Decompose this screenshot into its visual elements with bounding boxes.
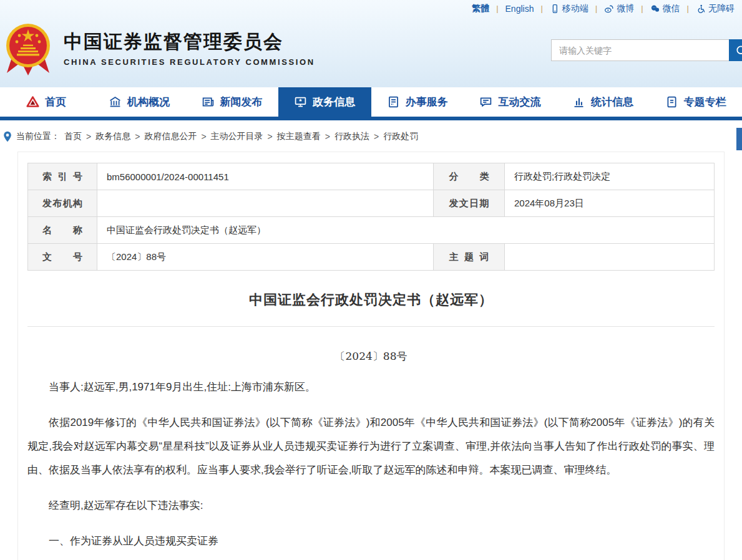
breadcrumb-separator: >: [268, 132, 273, 142]
nav-item-government-info[interactable]: 政务信息: [278, 87, 371, 117]
monitor-icon: [294, 95, 307, 109]
breadcrumb: 当前位置： 首页 > 政务信息 > 政府信息公开 > 主动公开目录 > 按主题查…: [0, 120, 742, 152]
english-link[interactable]: English: [505, 4, 534, 14]
separator: |: [595, 4, 597, 13]
location-pin-icon: [3, 131, 12, 142]
bar-chart-icon: [572, 95, 585, 109]
issue-date-label: 发文日期: [434, 190, 505, 217]
separator: |: [540, 4, 542, 13]
issuer-label: 发布机构: [28, 190, 97, 217]
nav-label: 专题专栏: [684, 95, 726, 109]
nav-label: 首页: [45, 95, 66, 109]
title-divider: [27, 326, 715, 327]
nav-label: 新闻发布: [220, 95, 263, 109]
nav-label: 办事服务: [406, 95, 448, 109]
paragraph-basis: 依据2019年修订的《中华人民共和国证券法》(以下简称《证券法》)和2005年《…: [27, 411, 715, 482]
search-bar: [551, 39, 742, 61]
nav-label: 政务信息: [313, 95, 355, 109]
csrc-logo-icon: [26, 95, 39, 109]
nav-label: 互动交流: [498, 95, 540, 109]
wechat-icon: [650, 4, 660, 14]
document-title: 中国证监会行政处罚决定书（赵远军）: [27, 291, 715, 309]
document-icon: [665, 95, 678, 109]
category-value: 行政处罚;行政处罚决定: [505, 163, 715, 190]
nav-label: 机构概况: [127, 95, 170, 109]
table-row: 索引号 bm56000001/2024-00011451 分类 行政处罚;行政处…: [28, 163, 715, 190]
nav-item-news[interactable]: 新闻发布: [185, 87, 278, 117]
search-button[interactable]: [729, 39, 742, 61]
breadcrumb-penalty[interactable]: 行政处罚: [383, 131, 418, 142]
name-label: 名称: [28, 217, 97, 244]
site-subtitle: CHINA SECURITIES REGULATORY COMMISSION: [64, 57, 315, 67]
chat-icon: [479, 95, 492, 109]
bank-icon: [109, 95, 122, 109]
search-icon: [735, 44, 742, 57]
separator: |: [687, 4, 689, 13]
issuer-value: [97, 190, 434, 217]
document-number: 〔2024〕88号: [27, 349, 715, 364]
site-title: 中国证券监督管理委员会: [64, 31, 315, 53]
main-nav: 首页 机构概况 新闻发布 政务信息 办事服务 互动交流 统计信息 专题专栏: [0, 87, 742, 117]
nav-item-services[interactable]: 办事服务: [371, 87, 464, 117]
doc-number-label: 文号: [28, 244, 97, 271]
nav-item-home[interactable]: 首页: [0, 87, 93, 117]
breadcrumb-prefix: 当前位置：: [16, 131, 60, 142]
nav-item-statistics[interactable]: 统计信息: [557, 87, 650, 117]
category-label: 分类: [434, 163, 505, 190]
weibo-icon: [604, 4, 614, 14]
subject-value: [505, 244, 715, 271]
breadcrumb-government-info[interactable]: 政务信息: [95, 131, 130, 142]
table-row: 文号 〔2024〕88号 主题词: [28, 244, 715, 271]
nav-item-special-topics[interactable]: 专题专栏: [649, 87, 742, 117]
index-number-label: 索引号: [28, 163, 97, 190]
utility-bar: 繁體 | English | 移动端 | 微博 | 微信 | 无障碍: [0, 0, 742, 17]
accessibility-icon: [696, 4, 706, 14]
mobile-link[interactable]: 移动端: [550, 3, 588, 14]
site-header: 繁體 | English | 移动端 | 微博 | 微信 | 无障碍: [0, 0, 742, 87]
breadcrumb-active-catalog[interactable]: 主动公开目录: [211, 131, 263, 142]
traditional-chinese-link[interactable]: 繁體: [472, 3, 489, 14]
tasks-icon: [387, 95, 400, 109]
phone-icon: [550, 4, 560, 14]
issue-date-value: 2024年08月23日: [505, 190, 715, 217]
breadcrumb-separator: >: [374, 132, 379, 142]
wechat-link[interactable]: 微信: [650, 3, 680, 14]
breadcrumb-enforcement[interactable]: 行政执法: [334, 131, 369, 142]
breadcrumb-info-disclosure[interactable]: 政府信息公开: [144, 131, 197, 142]
document-meta-table: 索引号 bm56000001/2024-00011451 分类 行政处罚;行政处…: [27, 163, 715, 271]
paragraph-violation-heading: 一、作为证券从业人员违规买卖证券: [27, 529, 715, 553]
nav-label: 统计信息: [591, 95, 633, 109]
index-number-value: bm56000001/2024-00011451: [97, 163, 434, 190]
accessibility-link[interactable]: 无障碍: [696, 3, 735, 14]
document-body: 当事人:赵远军,男,1971年9月出生,住址:上海市浦东新区。 依据2019年修…: [27, 375, 715, 553]
nav-item-interaction[interactable]: 互动交流: [464, 87, 557, 117]
table-row: 名称 中国证监会行政处罚决定书（赵远军）: [28, 217, 715, 244]
paragraph-parties: 当事人:赵远军,男,1971年9月出生,住址:上海市浦东新区。: [27, 375, 715, 399]
table-row: 发布机构 发文日期 2024年08月23日: [28, 190, 715, 217]
paragraph-findings-intro: 经查明,赵远军存在以下违法事实:: [27, 494, 715, 518]
name-value: 中国证监会行政处罚决定书（赵远军）: [97, 217, 715, 244]
doc-number-value: 〔2024〕88号: [97, 244, 434, 271]
separator: |: [641, 4, 643, 13]
newspaper-icon: [202, 95, 215, 109]
breadcrumb-home[interactable]: 首页: [64, 131, 82, 142]
content-panel: 索引号 bm56000001/2024-00011451 分类 行政处罚;行政处…: [17, 152, 725, 560]
weibo-link[interactable]: 微博: [604, 3, 634, 14]
separator: |: [496, 4, 498, 13]
national-emblem-logo: [5, 22, 51, 77]
nav-item-about[interactable]: 机构概况: [93, 87, 186, 117]
breadcrumb-separator: >: [86, 132, 91, 142]
search-input[interactable]: [551, 39, 729, 61]
breadcrumb-separator: >: [135, 132, 140, 142]
breadcrumb-separator: >: [325, 132, 330, 142]
subject-label: 主题词: [434, 244, 505, 271]
breadcrumb-by-topic[interactable]: 按主题查看: [277, 131, 321, 142]
floating-side-widget[interactable]: [736, 128, 742, 150]
breadcrumb-separator: >: [201, 132, 206, 142]
